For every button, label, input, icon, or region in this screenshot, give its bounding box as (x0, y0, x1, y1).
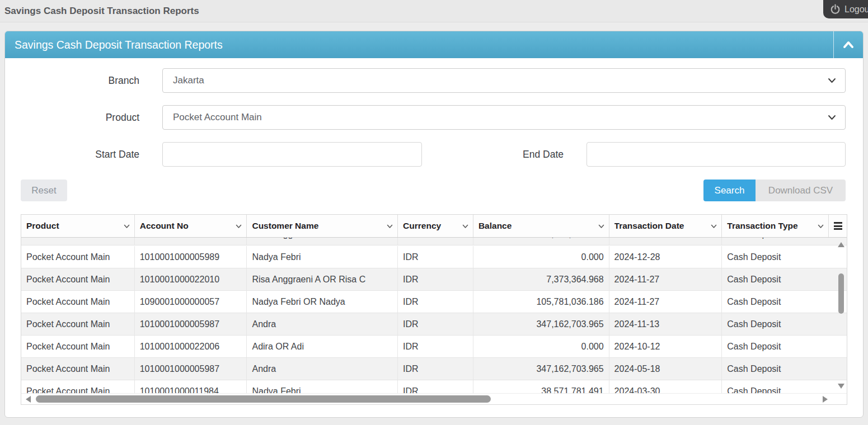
table-cell: 1010001000011984 (135, 380, 247, 393)
start-date-label: Start Date (21, 149, 139, 160)
table-cell: 1090001000000057 (135, 291, 247, 313)
product-label: Product (21, 112, 139, 124)
table-cell: Cash Deposit (722, 380, 847, 393)
table-cell: 2024-11-13 (609, 313, 722, 335)
table-cell: 1010001000005987 (135, 358, 247, 380)
table-cell: Pocket Account Main (21, 358, 135, 380)
table-cell: 2024-11-27 (609, 238, 722, 245)
scroll-down-arrow-icon[interactable] (838, 384, 844, 389)
table-cell: 1010001000022010 (135, 238, 247, 245)
table-cell: IDR (398, 313, 473, 335)
column-header-label: Currency (403, 221, 460, 231)
table-cell: IDR (398, 358, 473, 380)
scroll-left-arrow-icon[interactable] (26, 396, 31, 403)
collapse-button[interactable] (833, 31, 863, 58)
table-body: Pocket Account Main1010001000022010Risa … (21, 238, 847, 393)
logout-button[interactable]: Logout (823, 0, 868, 18)
results-table: ProductAccount NoCustomer NameCurrencyBa… (21, 214, 847, 405)
table-cell: 1010001000022006 (135, 336, 247, 357)
scroll-up-arrow-icon[interactable] (838, 242, 844, 247)
table-cell: Cash Deposit (722, 336, 847, 357)
column-header-label: Transaction Type (727, 221, 815, 231)
branch-row: Branch Jakarta (21, 68, 846, 93)
start-date-input[interactable] (162, 142, 422, 167)
chevron-down-icon[interactable] (598, 221, 604, 231)
product-select[interactable]: Pocket Account Main (162, 105, 846, 130)
column-header-currency[interactable]: Currency (398, 215, 473, 237)
table-cell: Risa Anggraeni A OR Risa C (247, 268, 398, 290)
table-cell: Pocket Account Main (21, 313, 135, 335)
table-cell: 347,162,703.965 (473, 313, 609, 335)
product-row: Product Pocket Account Main (21, 105, 846, 130)
table-cell: Cash Deposit (722, 268, 847, 290)
end-date-input[interactable] (587, 142, 846, 167)
table-cell: Nadya Febri (247, 246, 398, 268)
table-cell: IDR (398, 380, 473, 393)
reset-button[interactable]: Reset (21, 180, 67, 201)
table-cell: Cash Deposit (722, 291, 847, 313)
chevron-down-icon[interactable] (818, 221, 824, 231)
table-cell: IDR (398, 336, 473, 357)
table-row: Pocket Account Main1090001000000057Nadya… (21, 291, 847, 313)
panel-body: Branch Jakarta Product Pocket Account Ma… (5, 58, 863, 405)
search-button[interactable]: Search (703, 180, 756, 201)
column-header-label: Account No (140, 221, 234, 231)
table-row: Pocket Account Main1010001000005987Andra… (21, 313, 847, 336)
table-row: Pocket Account Main1010001000005987Andra… (21, 358, 847, 380)
table-cell: 0.000 (473, 246, 609, 268)
table-cell: 1010001000005989 (135, 246, 247, 268)
table-cell: 38,571,781.491 (473, 380, 609, 393)
table-cell: Cash Deposit (722, 238, 847, 245)
table-cell: Pocket Account Main (21, 336, 135, 357)
download-csv-button[interactable]: Download CSV (756, 180, 846, 201)
chevron-down-icon[interactable] (124, 221, 130, 231)
table-cell: Nadya Febri (247, 380, 398, 393)
column-header-transaction-date[interactable]: Transaction Date (609, 215, 722, 237)
product-value: Pocket Account Main (173, 112, 828, 123)
column-header-account-no[interactable]: Account No (135, 215, 247, 237)
branch-value: Jakarta (173, 75, 828, 86)
table-cell: 0.000 (473, 336, 609, 357)
table-cell: Pocket Account Main (21, 291, 135, 313)
table-cell: Pocket Account Main (21, 246, 135, 268)
power-icon (830, 4, 841, 15)
column-header-balance[interactable]: Balance (473, 215, 609, 237)
table-cell: Cash Deposit (722, 358, 847, 380)
table-row: Pocket Account Main1010001000022006Adira… (21, 336, 847, 358)
table-cell: Adira OR Adi (247, 336, 398, 357)
table-cell: 2024-11-27 (609, 268, 722, 290)
branch-select[interactable]: Jakarta (162, 68, 846, 93)
column-header-transaction-type[interactable]: Transaction Type (722, 215, 829, 237)
table-cell: Cash Deposit (722, 313, 847, 335)
column-header-product[interactable]: Product (21, 215, 135, 237)
column-header-label: Transaction Date (614, 221, 709, 231)
column-header-label: Customer Name (252, 221, 384, 231)
page-title: Savings Cash Deposit Transaction Reports (4, 6, 199, 17)
table-cell: 1010001000022010 (135, 268, 247, 290)
column-menu-button[interactable] (829, 215, 847, 237)
column-header-customer-name[interactable]: Customer Name (247, 215, 398, 237)
horizontal-scrollbar-thumb[interactable] (36, 395, 491, 403)
table-cell: 7,373,364.968 (473, 268, 609, 290)
table-cell: Pocket Account Main (21, 268, 135, 290)
chevron-down-icon[interactable] (711, 221, 717, 231)
table-cell: Andra (247, 313, 398, 335)
dates-row: Start Date End Date (21, 142, 846, 167)
report-panel: Savings Cash Deposit Transaction Reports… (4, 31, 864, 418)
table-cell: 105,781,036.186 (473, 291, 609, 313)
table-cell: Pocket Account Main (21, 238, 135, 245)
chevron-down-icon[interactable] (236, 221, 242, 231)
table-cell: 2024-05-18 (609, 358, 722, 380)
table-cell: 1010001000005987 (135, 313, 247, 335)
chevron-down-icon[interactable] (387, 221, 393, 231)
table-cell: Risa Anggraeni A OR Risa C (247, 238, 398, 245)
table-cell: 7,373,364.968 (473, 238, 609, 245)
table-header-row: ProductAccount NoCustomer NameCurrencyBa… (21, 215, 847, 238)
horizontal-scrollbar[interactable] (21, 393, 847, 404)
table-row: Pocket Account Main1010001000011984Nadya… (21, 380, 847, 393)
vertical-scrollbar-thumb[interactable] (838, 273, 844, 314)
vertical-scrollbar[interactable] (837, 239, 846, 392)
scroll-right-arrow-icon[interactable] (823, 396, 828, 403)
chevron-down-icon[interactable] (462, 221, 468, 231)
panel-title: Savings Cash Deposit Transaction Reports (5, 39, 833, 51)
